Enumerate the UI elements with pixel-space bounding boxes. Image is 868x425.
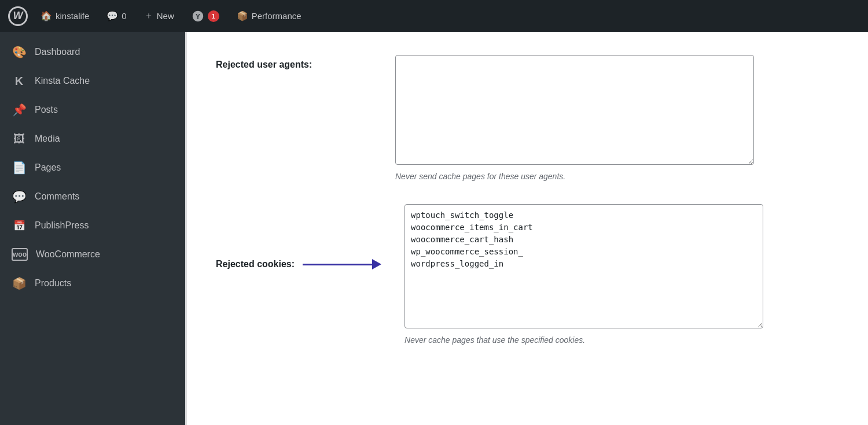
site-name-label: kinstalife	[56, 11, 89, 21]
yoast-icon: Y	[192, 10, 204, 23]
rejected-user-agents-help: Never send cache pages for these user ag…	[395, 172, 754, 181]
sidebar-label-dashboard: Dashboard	[35, 47, 80, 57]
rejected-cookies-field: wptouch_switch_toggle woocommerce_items_…	[404, 204, 763, 345]
yoast-item[interactable]: Y 1	[185, 0, 226, 32]
sidebar-label-products: Products	[35, 278, 71, 289]
rejected-cookies-help: Never cache pages that use the specified…	[404, 335, 763, 345]
sidebar-item-comments[interactable]: 💬 Comments	[0, 182, 185, 211]
wp-logo-icon: W	[8, 6, 28, 26]
sidebar-item-products[interactable]: 📦 Products	[0, 269, 185, 298]
svg-text:Y: Y	[196, 12, 200, 20]
rejected-user-agents-row: Rejected user agents: Never send cache p…	[216, 55, 839, 181]
products-icon: 📦	[12, 276, 27, 290]
dashboard-icon: 🎨	[12, 45, 27, 59]
sidebar-item-pages[interactable]: 📄 Pages	[0, 153, 185, 182]
home-icon: 🏠	[41, 10, 52, 21]
sidebar-label-kinsta-cache: Kinsta Cache	[35, 76, 90, 86]
rejected-cookies-label: Rejected cookies:	[216, 259, 295, 269]
performance-icon: 📦	[237, 10, 248, 21]
comments-item[interactable]: 💬 0	[100, 0, 133, 32]
main-layout: 🎨 Dashboard K Kinsta Cache 📌 Posts 🖼 Med…	[0, 32, 868, 425]
admin-sidebar: 🎨 Dashboard K Kinsta Cache 📌 Posts 🖼 Med…	[0, 32, 185, 425]
sidebar-label-media: Media	[35, 134, 60, 144]
performance-label: Performance	[252, 11, 301, 21]
yoast-notification-badge: 1	[208, 10, 219, 22]
sidebar-label-comments: Comments	[35, 191, 79, 202]
sidebar-item-woocommerce[interactable]: woo WooCommerce	[0, 240, 185, 269]
rejected-cookies-textarea[interactable]: wptouch_switch_toggle woocommerce_items_…	[404, 204, 763, 328]
pages-icon: 📄	[12, 161, 27, 175]
sidebar-item-kinsta-cache[interactable]: K Kinsta Cache	[0, 66, 185, 95]
sidebar-label-pages: Pages	[35, 162, 61, 173]
sidebar-item-media[interactable]: 🖼 Media	[0, 124, 185, 153]
settings-form: Rejected user agents: Never send cache p…	[187, 32, 868, 425]
arrow-head	[372, 259, 381, 269]
wp-logo[interactable]: W	[6, 0, 30, 32]
new-content-item[interactable]: ＋ New	[137, 0, 181, 32]
site-name-item[interactable]: 🏠 kinstalife	[34, 0, 96, 32]
publishpress-icon: 📅	[12, 220, 27, 232]
content-area: Rejected user agents: Never send cache p…	[187, 32, 868, 425]
sidebar-label-publishpress: PublishPress	[35, 220, 89, 231]
woocommerce-icon: woo	[12, 248, 28, 261]
rejected-cookies-label-wrapper: Rejected cookies:	[216, 204, 387, 269]
performance-item[interactable]: 📦 Performance	[230, 0, 308, 32]
sidebar-item-dashboard[interactable]: 🎨 Dashboard	[0, 38, 185, 66]
sidebar-label-woocommerce: WooCommerce	[36, 249, 100, 260]
comments-count: 0	[122, 11, 126, 21]
comments-sidebar-icon: 💬	[12, 190, 27, 204]
sidebar-item-posts[interactable]: 📌 Posts	[0, 95, 185, 124]
comments-icon: 💬	[106, 10, 118, 21]
new-label: New	[157, 11, 174, 21]
kinsta-cache-icon: K	[12, 75, 27, 88]
sidebar-label-posts: Posts	[35, 105, 58, 115]
plus-icon: ＋	[144, 10, 153, 22]
admin-bar: W 🏠 kinstalife 💬 0 ＋ New Y 1 📦 Performan…	[0, 0, 868, 32]
rejected-cookies-row: Rejected cookies: wptouch_switch_toggle …	[216, 204, 839, 345]
arrow-annotation	[303, 259, 381, 269]
rejected-user-agents-textarea[interactable]	[395, 55, 754, 165]
arrow-line	[303, 264, 372, 265]
sidebar-item-publishpress[interactable]: 📅 PublishPress	[0, 211, 185, 240]
rejected-user-agents-field: Never send cache pages for these user ag…	[395, 55, 754, 181]
media-icon: 🖼	[12, 132, 27, 146]
posts-icon: 📌	[12, 103, 27, 117]
rejected-user-agents-label: Rejected user agents:	[216, 55, 378, 70]
